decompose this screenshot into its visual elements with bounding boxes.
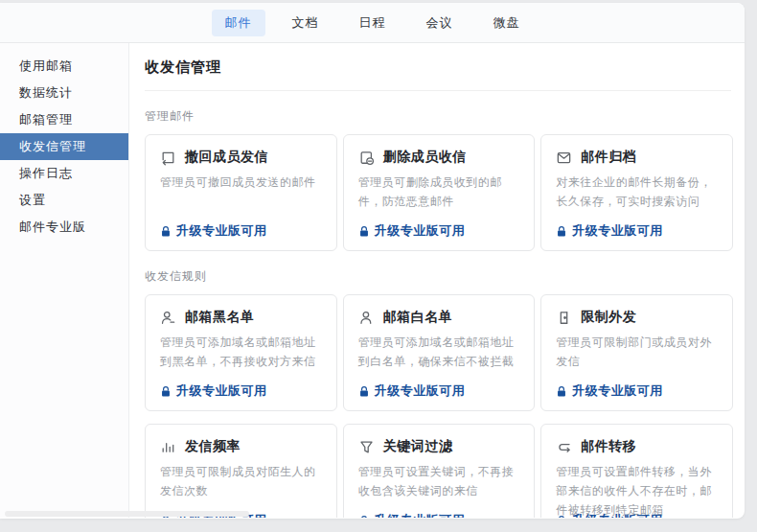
sidebar-item-2[interactable]: 数据统计 — [0, 80, 128, 106]
card-title: 关键词过滤 — [383, 438, 453, 455]
card-title: 删除成员收信 — [383, 149, 467, 166]
upgrade-link[interactable]: 升级专业版可用 — [160, 222, 267, 240]
main-content: 收发信管理 管理邮件撤回成员发信管理员可撤回成员发送的邮件升级专业版可用删除成员… — [129, 43, 745, 518]
upgrade-link[interactable]: 升级专业版可用 — [556, 382, 663, 400]
feature-card[interactable]: 删除成员收信管理员可删除成员收到的邮件，防范恶意邮件升级专业版可用 — [343, 134, 536, 251]
card-description: 管理员可限制部门或成员对外发信 — [556, 334, 718, 372]
lock-icon — [358, 385, 370, 398]
keyword-filter-icon — [358, 439, 375, 455]
mail-transfer-icon — [556, 439, 572, 455]
top-nav: 邮件文档日程会议微盘 — [0, 3, 745, 43]
frequency-icon — [160, 439, 176, 455]
restrict-send-icon — [556, 310, 572, 326]
card-title: 邮箱黑名单 — [185, 309, 255, 326]
card-title: 限制外发 — [581, 309, 636, 326]
feature-card[interactable]: 邮箱白名单管理员可添加域名或邮箱地址到白名单，确保来信不被拦截升级专业版可用 — [343, 294, 536, 411]
tab-1[interactable]: 邮件 — [212, 10, 265, 36]
tab-5[interactable]: 微盘 — [480, 10, 534, 36]
card-title: 撤回成员发信 — [185, 149, 268, 166]
tab-3[interactable]: 日程 — [346, 10, 400, 36]
card-header: 邮箱黑名单 — [160, 309, 322, 326]
card-header: 邮件归档 — [556, 149, 718, 166]
page-title: 收发信管理 — [145, 57, 733, 90]
card-header: 关键词过滤 — [358, 438, 520, 455]
upgrade-link[interactable]: 升级专业版可用 — [358, 222, 466, 240]
card-header: 限制外发 — [556, 309, 718, 326]
feature-card[interactable]: 邮件转移管理员可设置邮件转移，当外部来信的收件人不存在时，邮件被转移到特定邮箱升… — [540, 424, 733, 518]
card-description: 管理员可添加域名或邮箱地址到黑名单，不再接收对方来信 — [160, 334, 322, 372]
upgrade-link[interactable]: 升级专业版可用 — [556, 222, 663, 240]
whitelist-icon — [358, 310, 375, 326]
card-title: 发信频率 — [185, 438, 241, 455]
sidebar: 使用邮箱数据统计邮箱管理收发信管理操作日志设置邮件专业版 — [0, 43, 129, 518]
card-description: 管理员可限制成员对陌生人的发信次数 — [160, 463, 322, 501]
card-header: 邮件转移 — [556, 438, 718, 455]
feature-card[interactable]: 邮箱黑名单管理员可添加域名或邮箱地址到黑名单，不再接收对方来信升级专业版可用 — [145, 294, 337, 411]
section-label-1: 管理邮件 — [145, 108, 733, 125]
card-description: 对来往企业的邮件长期备份，长久保存，可实时搜索访问 — [556, 173, 718, 212]
feature-card[interactable]: 撤回成员发信管理员可撤回成员发送的邮件升级专业版可用 — [145, 134, 337, 251]
lock-icon — [160, 385, 172, 398]
horizontal-scrollbar-thumb[interactable] — [5, 511, 249, 517]
title-divider — [145, 90, 731, 91]
lock-icon — [556, 225, 567, 238]
upgrade-link-label: 升级专业版可用 — [572, 222, 663, 240]
upgrade-link-label: 升级专业版可用 — [176, 222, 267, 240]
lock-icon — [556, 385, 567, 398]
lock-icon — [358, 225, 370, 238]
sidebar-item-1[interactable]: 使用邮箱 — [0, 53, 128, 80]
tab-4[interactable]: 会议 — [413, 10, 467, 36]
upgrade-link-label: 升级专业版可用 — [375, 382, 466, 400]
card-header: 邮箱白名单 — [358, 309, 520, 326]
app-window: 邮件文档日程会议微盘 使用邮箱数据统计邮箱管理收发信管理操作日志设置邮件专业版 … — [0, 3, 745, 519]
sections-container: 管理邮件撤回成员发信管理员可撤回成员发送的邮件升级专业版可用删除成员收信管理员可… — [145, 108, 733, 518]
section-label-2: 收发信规则 — [145, 268, 733, 285]
sidebar-item-5[interactable]: 操作日志 — [0, 160, 128, 187]
card-description: 管理员可添加域名或邮箱地址到白名单，确保来信不被拦截 — [358, 334, 520, 372]
card-grid-1: 撤回成员发信管理员可撤回成员发送的邮件升级专业版可用删除成员收信管理员可删除成员… — [145, 134, 733, 251]
card-header: 发信频率 — [160, 438, 322, 455]
sidebar-item-3[interactable]: 邮箱管理 — [0, 106, 128, 133]
tab-2[interactable]: 文档 — [279, 10, 333, 36]
horizontal-scrollbar[interactable] — [0, 510, 745, 519]
feature-card[interactable]: 邮件归档对来往企业的邮件长期备份，长久保存，可实时搜索访问升级专业版可用 — [540, 134, 733, 251]
blacklist-icon — [160, 310, 176, 326]
delete-mail-icon — [358, 150, 375, 166]
card-title: 邮件归档 — [581, 149, 636, 166]
recall-mail-icon — [160, 150, 176, 166]
upgrade-link[interactable]: 升级专业版可用 — [358, 382, 466, 400]
feature-card[interactable]: 发信频率管理员可限制成员对陌生人的发信次数升级专业版可用 — [145, 424, 337, 518]
upgrade-link[interactable]: 升级专业版可用 — [160, 382, 267, 400]
sidebar-item-4[interactable]: 收发信管理 — [0, 133, 128, 160]
card-header: 撤回成员发信 — [160, 149, 322, 166]
sidebar-item-6[interactable]: 设置 — [0, 187, 128, 214]
card-description: 管理员可设置关键词，不再接收包含该关键词的来信 — [358, 463, 520, 501]
feature-card[interactable]: 关键词过滤管理员可设置关键词，不再接收包含该关键词的来信升级专业版可用 — [343, 424, 536, 518]
card-grid-2: 邮箱黑名单管理员可添加域名或邮箱地址到黑名单，不再接收对方来信升级专业版可用邮箱… — [145, 294, 733, 518]
lock-icon — [160, 225, 172, 238]
upgrade-link-label: 升级专业版可用 — [176, 382, 267, 400]
card-header: 删除成员收信 — [358, 149, 520, 166]
card-title: 邮箱白名单 — [383, 309, 453, 326]
upgrade-link-label: 升级专业版可用 — [572, 382, 663, 400]
mail-archive-icon — [556, 150, 572, 166]
card-description: 管理员可删除成员收到的邮件，防范恶意邮件 — [358, 173, 520, 212]
upgrade-link-label: 升级专业版可用 — [375, 222, 466, 240]
feature-card[interactable]: 限制外发管理员可限制部门或成员对外发信升级专业版可用 — [540, 294, 733, 411]
card-description: 管理员可撤回成员发送的邮件 — [160, 173, 322, 193]
sidebar-item-7[interactable]: 邮件专业版 — [0, 214, 128, 241]
top-nav-tabs: 邮件文档日程会议微盘 — [212, 10, 534, 36]
card-title: 邮件转移 — [581, 438, 636, 455]
